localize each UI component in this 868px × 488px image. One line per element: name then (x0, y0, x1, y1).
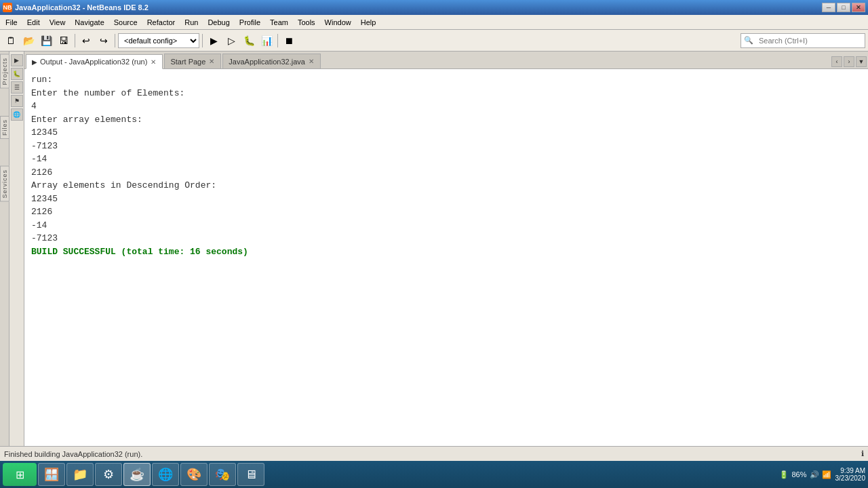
output-line: 12345 (31, 126, 861, 140)
output-line: Enter array elements: (31, 113, 861, 127)
network-icon: 📶 (822, 470, 831, 479)
taskbar-start-button[interactable]: ⊞ (3, 463, 37, 486)
status-right: ℹ (861, 449, 864, 458)
windows-start-icon: ⊞ (16, 468, 24, 481)
save-all-button[interactable]: 🖫 (56, 33, 72, 49)
taskbar: ⊞ 🪟 📁 ⚙ ☕ 🌐 🎨 🎭 🖥 🔋 86% 🔊 📶 9:39 AM 3/23… (0, 461, 868, 488)
menu-tools[interactable]: Tools (294, 17, 319, 28)
output-line: -14 (31, 219, 861, 232)
search-input[interactable] (756, 34, 865, 47)
output-line: 12345 (31, 192, 861, 206)
tab-output[interactable]: ▶ Output - JavaApplication32 (run) ✕ (26, 54, 163, 69)
status-bar: Finished building JavaApplication32 (run… (0, 446, 868, 461)
app-icon: NB (3, 3, 12, 12)
close-button[interactable]: ✕ (852, 3, 865, 12)
menu-team[interactable]: Team (266, 17, 292, 28)
taskbar-right: 🔋 86% 🔊 📶 9:39 AM 3/23/2020 (779, 467, 865, 482)
separator-4 (277, 34, 278, 47)
sidebar-bookmarks-icon[interactable]: ⚑ (11, 95, 23, 107)
tab-output-label: Output - JavaApplication32 (run) (40, 58, 147, 66)
menu-run[interactable]: Run (180, 17, 202, 28)
sidebar-item-projects[interactable]: Projects (0, 54, 9, 89)
menu-refactor[interactable]: Refactor (143, 17, 180, 28)
taskbar-date-display: 3/23/2020 (835, 474, 866, 482)
config-dropdown[interactable]: <default config> (118, 33, 199, 48)
save-button[interactable]: 💾 (38, 33, 54, 49)
taskbar-app-media[interactable]: 🎭 (209, 463, 236, 486)
output-line: BUILD SUCCESSFUL (total time: 16 seconds… (31, 245, 861, 259)
tabs-bar: ▶ Output - JavaApplication32 (run) ✕ Sta… (24, 52, 868, 69)
output-line: 2126 (31, 205, 861, 219)
taskbar-app-paint[interactable]: 🎨 (180, 463, 208, 486)
stop-button[interactable]: ⏹ (281, 33, 297, 49)
menu-window[interactable]: Window (321, 17, 355, 28)
redo-button[interactable]: ↪ (96, 33, 112, 49)
menu-navigate[interactable]: Navigate (71, 17, 108, 28)
output-line: 4 (31, 100, 861, 113)
separator-1 (75, 34, 75, 47)
volume-icon: 🔊 (810, 470, 819, 479)
menu-file[interactable]: File (1, 17, 22, 28)
title-bar-left: NB JavaApplication32 - NetBeans IDE 8.2 (3, 3, 149, 12)
taskbar-app-2[interactable]: 📁 (66, 463, 94, 486)
menu-source[interactable]: Source (110, 17, 142, 28)
sidebar-tasks-icon[interactable]: ☰ (11, 81, 23, 94)
debug-button[interactable]: 🐛 (241, 33, 257, 49)
title-bar-controls: ─ □ ✕ (822, 3, 865, 12)
battery-level: 86% (791, 470, 806, 479)
taskbar-app-terminal[interactable]: 🖥 (237, 463, 264, 486)
sidebar-item-services[interactable]: Services (0, 166, 9, 202)
tab-java-label: JavaApplication32.java (229, 58, 305, 66)
menu-profile[interactable]: Profile (235, 17, 264, 28)
title-text: JavaApplication32 - NetBeans IDE 8.2 (15, 3, 149, 12)
tab-output-icon: ▶ (32, 58, 37, 66)
open-project-button[interactable]: 📂 (20, 33, 37, 49)
tab-java-file[interactable]: JavaApplication32.java ✕ (222, 54, 321, 68)
taskbar-app-chrome[interactable]: 🌐 (152, 463, 179, 486)
run-button[interactable]: ▷ (223, 33, 239, 49)
minimize-button[interactable]: ─ (822, 3, 835, 12)
run-main-button[interactable]: ▶ (205, 33, 222, 49)
taskbar-icon-2: 📁 (73, 467, 87, 482)
content-area: ▶ Output - JavaApplication32 (run) ✕ Sta… (24, 52, 868, 446)
side-tabs: Projects Files Services (0, 52, 9, 446)
separator-2 (115, 34, 115, 47)
menu-debug[interactable]: Debug (203, 17, 233, 28)
taskbar-app-1[interactable]: 🪟 (38, 463, 65, 486)
menu-help[interactable]: Help (357, 17, 380, 28)
profile-button[interactable]: 📊 (258, 33, 275, 49)
output-panel[interactable]: run:Enter the number of Elements:4Enter … (24, 69, 868, 446)
tab-nav: ‹ › ▼ (831, 56, 867, 68)
search-toolbar-icon: 🔍 (741, 36, 756, 45)
sidebar-debug-icon[interactable]: 🐛 (11, 68, 23, 80)
tab-start-page[interactable]: Start Page ✕ (164, 54, 221, 68)
tab-output-close[interactable]: ✕ (150, 58, 157, 66)
taskbar-icon-media: 🎭 (215, 467, 230, 482)
tab-nav-next[interactable]: › (844, 56, 854, 67)
separator-3 (202, 34, 203, 47)
menu-edit[interactable]: Edit (23, 17, 44, 28)
taskbar-time-display: 9:39 AM (840, 467, 865, 474)
sidebar-item-files[interactable]: Files (0, 116, 9, 139)
maximize-button[interactable]: □ (837, 3, 850, 12)
tab-start-close[interactable]: ✕ (208, 58, 215, 65)
taskbar-app-netbeans[interactable]: ☕ (123, 463, 151, 486)
taskbar-app-3[interactable]: ⚙ (95, 463, 122, 486)
tab-nav-menu[interactable]: ▼ (856, 56, 867, 67)
taskbar-icon-netbeans: ☕ (130, 467, 144, 482)
undo-button[interactable]: ↩ (78, 33, 94, 49)
left-sidebar: ▶ 🐛 ☰ ⚑ 🌐 (9, 52, 24, 446)
notification-icon[interactable]: ℹ (861, 449, 864, 458)
new-project-button[interactable]: 🗒 (3, 33, 19, 49)
toolbar: 🗒 📂 💾 🖫 ↩ ↪ <default config> ▶ ▷ 🐛 📊 ⏹ 🔍 (0, 30, 868, 52)
output-line: 2126 (31, 166, 861, 180)
tab-java-close[interactable]: ✕ (308, 58, 315, 65)
tab-nav-prev[interactable]: ‹ (831, 56, 842, 67)
menu-bar: File Edit View Navigate Source Refactor … (0, 15, 868, 30)
sidebar-run-icon[interactable]: ▶ (11, 54, 23, 66)
sidebar-browser-icon[interactable]: 🌐 (11, 108, 23, 121)
taskbar-clock: 9:39 AM 3/23/2020 (835, 467, 866, 482)
output-line: Enter the number of Elements: (31, 87, 861, 100)
tab-start-label: Start Page (170, 58, 205, 66)
menu-view[interactable]: View (45, 17, 70, 28)
